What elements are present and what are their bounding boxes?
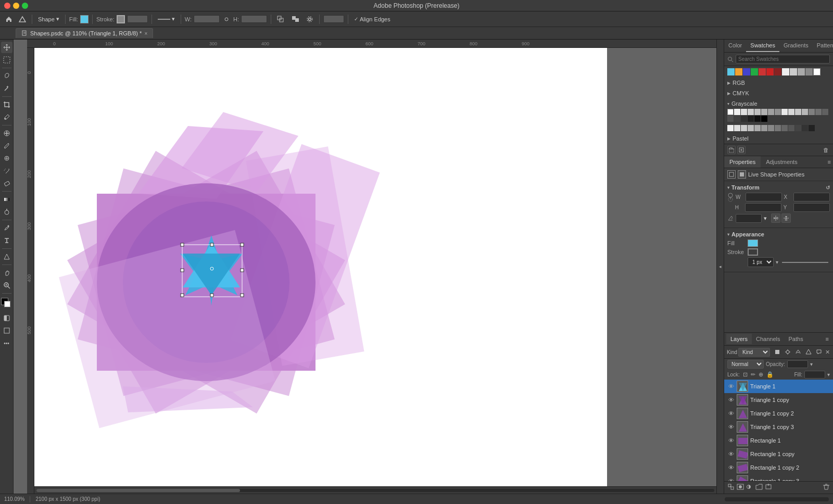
pen-tool[interactable] — [1, 222, 12, 234]
gs-swatch-18[interactable] — [748, 116, 754, 122]
filter-off-icon[interactable]: ✕ — [825, 349, 830, 356]
tab-paths[interactable]: Paths — [785, 334, 807, 344]
swatch-brown[interactable] — [774, 68, 781, 75]
extra-tools[interactable]: ••• — [1, 337, 12, 349]
background-color[interactable] — [4, 301, 10, 307]
screen-mode-icon[interactable] — [1, 325, 12, 336]
horizontal-scrollbar[interactable] — [34, 486, 716, 494]
lock-pixels-icon[interactable]: ⊡ — [743, 371, 748, 378]
gs-swatch-9[interactable] — [788, 109, 794, 115]
tab-channels[interactable]: Channels — [752, 334, 784, 344]
gs-swatch-20[interactable] — [761, 116, 767, 122]
gs2-8[interactable] — [781, 125, 788, 131]
eyedropper-tool[interactable] — [1, 111, 12, 123]
tab-layers[interactable]: Layers — [726, 334, 752, 344]
live-shape-rect-icon[interactable] — [727, 170, 736, 179]
fg-bg-colors[interactable] — [1, 298, 12, 309]
quick-mask-icon[interactable] — [1, 312, 12, 324]
gs2-2[interactable] — [741, 125, 747, 131]
gs-swatch-16[interactable] — [734, 116, 740, 122]
stroke-size-input[interactable]: 1 px — [127, 15, 148, 23]
gs-swatch-1[interactable] — [734, 109, 740, 115]
add-layer-icon[interactable] — [765, 483, 772, 492]
layer-vis-triangle1-copy2[interactable]: 👁 — [727, 410, 735, 417]
gs-swatch-14[interactable] — [822, 109, 828, 115]
gs-swatch-2[interactable] — [741, 109, 747, 115]
gs-swatch-12[interactable] — [809, 109, 815, 115]
blend-mode-select[interactable]: Normal Multiply Screen Overlay — [727, 360, 764, 369]
gradient-tool[interactable] — [1, 194, 12, 205]
gs-swatch-3[interactable] — [748, 109, 754, 115]
progress-bar[interactable] — [725, 497, 829, 501]
gs2-3[interactable] — [748, 125, 754, 131]
h-input[interactable]: 118.5 px — [241, 15, 267, 23]
swatch-blue[interactable] — [743, 68, 750, 75]
gs2-11[interactable] — [802, 125, 808, 131]
y-prop-input[interactable]: 565 px — [793, 203, 830, 212]
swatch-gray[interactable] — [790, 68, 797, 75]
gs2-7[interactable] — [775, 125, 781, 131]
crop-tool[interactable] — [1, 99, 12, 110]
fill-dropdown[interactable]: ▾ — [827, 372, 830, 377]
scrollbar-thumb[interactable] — [36, 489, 240, 492]
dodge-tool[interactable] — [1, 206, 12, 218]
swatch-midgray[interactable] — [798, 68, 805, 75]
swatch-group-grayscale-header[interactable]: ▾ Grayscale — [727, 99, 830, 108]
stroke-color-chip[interactable] — [748, 248, 758, 256]
swatch-red[interactable] — [759, 68, 766, 75]
shape-tool-selector[interactable]: Shape ▾ — [36, 15, 61, 23]
hand-tool[interactable] — [1, 267, 12, 279]
stroke-color-chip[interactable] — [117, 15, 125, 23]
gs-swatch-13[interactable] — [815, 109, 822, 115]
tab-properties[interactable]: Properties — [724, 156, 761, 168]
layer-item-rect1[interactable]: 👁 Rectangle 1 — [724, 434, 833, 447]
layer-item-triangle1-copy2[interactable]: 👁 Triangle 1 copy 2 — [724, 407, 833, 420]
layer-item-triangle1[interactable]: 👁 Triangle 1 — [724, 380, 833, 393]
layer-vis-rect1-copy2[interactable]: 👁 — [727, 464, 735, 471]
gs2-4[interactable] — [754, 125, 761, 131]
swatch-cyan[interactable] — [727, 68, 735, 75]
gs2-0[interactable] — [727, 125, 734, 131]
flip-v-icon[interactable] — [781, 213, 791, 223]
transform-link-icon[interactable] — [727, 194, 734, 201]
gs2-9[interactable] — [788, 125, 794, 131]
tab-color[interactable]: Color — [724, 40, 746, 52]
clone-tool[interactable] — [1, 153, 12, 164]
add-folder-icon[interactable] — [755, 483, 763, 492]
gs-swatch-15[interactable] — [727, 116, 734, 122]
layer-vis-rect1-copy3[interactable]: 👁 — [727, 477, 735, 481]
layer-item-rect1-copy3[interactable]: 👁 Rectangle 1 copy 3 — [724, 474, 833, 481]
swatch-green[interactable] — [751, 68, 758, 75]
magic-wand-tool[interactable] — [1, 83, 12, 94]
gs-swatch-5[interactable] — [761, 109, 767, 115]
lock-artboard-icon[interactable]: ⊕ — [759, 371, 763, 378]
transform-header[interactable]: ▾ Transform ↺ — [727, 184, 830, 191]
layers-panel-menu[interactable]: ≡ — [824, 336, 831, 342]
opacity-input[interactable]: 82% — [787, 360, 808, 368]
gs-swatch-6[interactable] — [768, 109, 774, 115]
swatch-group-rgb-header[interactable]: ▶ RGB — [727, 79, 830, 87]
angle-input[interactable]: 0 px — [323, 15, 344, 23]
path-ops-icon[interactable] — [275, 15, 287, 24]
shape-triangle-icon[interactable] — [17, 15, 28, 24]
tab-adjustments[interactable]: Adjustments — [761, 156, 803, 168]
tab-swatches[interactable]: Swatches — [746, 40, 779, 52]
gs-swatch-17[interactable] — [741, 116, 747, 122]
zoom-tool[interactable] — [1, 280, 12, 291]
type-tool[interactable] — [1, 235, 12, 246]
fill-color-chip[interactable] — [80, 15, 89, 23]
maximize-button[interactable] — [22, 3, 28, 9]
swatches-search-input[interactable] — [736, 55, 830, 64]
gs2-1[interactable] — [734, 125, 740, 131]
gs-swatch-11[interactable] — [802, 109, 808, 115]
document-tab[interactable]: Shapes.psdc @ 110% (Triangle 1, RGB/8) *… — [16, 28, 153, 38]
x-prop-input[interactable]: 434.59 px — [793, 193, 830, 201]
w-input[interactable]: 136.81 px — [194, 15, 220, 23]
new-swatch-icon[interactable] — [737, 146, 746, 154]
layer-item-rect1-copy2[interactable]: 👁 Rectangle 1 copy 2 — [724, 461, 833, 474]
opacity-dropdown[interactable]: ▾ — [810, 361, 813, 367]
gs2-5[interactable] — [761, 125, 767, 131]
delete-layer-icon[interactable] — [823, 483, 830, 492]
link-dimensions-icon[interactable] — [222, 16, 231, 23]
stroke-style-selector[interactable]: ▾ — [156, 15, 177, 23]
